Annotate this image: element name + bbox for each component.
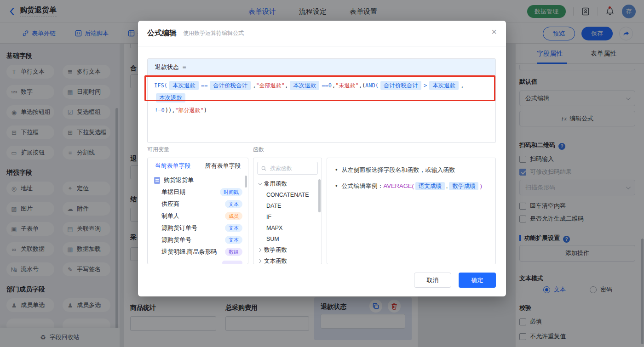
field-type-badge: 成员	[225, 212, 242, 220]
function-group[interactable]: 数学函数	[253, 245, 322, 256]
formula-editor[interactable]: 退款状态 = IFS(本次退款==合计价税合计,"全部退款",本次退款==0,"…	[147, 58, 496, 143]
formula-punct: ))	[165, 107, 172, 114]
help-text: 从左侧面板选择字段名和函数，或输入函数	[342, 165, 455, 175]
variable-name: 源购货订单号	[161, 224, 197, 232]
help-example-prefix: 公式编辑举例：	[342, 182, 384, 189]
formula-operator: ==	[201, 82, 207, 89]
formula-field-chip[interactable]: 本次退款	[429, 81, 459, 90]
bullet-icon: •	[335, 165, 338, 175]
formula-string: "部分退款"	[175, 107, 203, 114]
tab-current-form-fields[interactable]: 当前表单字段	[148, 158, 198, 174]
formula-string: "全部退款"	[256, 82, 285, 89]
formula-field-chip[interactable]: 本次退款	[156, 93, 185, 102]
field-type-badge: 文本	[225, 200, 242, 208]
variable-name: 制单人	[161, 212, 179, 220]
variable-row[interactable]: 源购货单号文本	[148, 234, 248, 246]
function-rows: 常用函数CONCATENATEDATEIFMAPXSUM数学函数文本函数	[253, 178, 322, 264]
function-label: 文本函数	[264, 257, 287, 265]
help-example-separator: ,	[446, 182, 448, 189]
variable-name: 单据日期	[161, 188, 185, 196]
form-doc-icon	[154, 177, 160, 184]
formula-expression[interactable]: IFS(本次退款==合计价税合计,"全部退款",本次退款==0,"未退款",(A…	[148, 75, 495, 121]
caret-icon	[258, 181, 262, 185]
variable-name: 退货明细.商品条形码	[161, 248, 217, 256]
formula-punct: ,	[285, 82, 288, 89]
function-item[interactable]: SUM	[253, 233, 322, 245]
variable-row[interactable]: 单据日期时间戳	[148, 186, 248, 198]
function-label: 数学函数	[264, 246, 287, 254]
function-group[interactable]: 常用函数	[253, 178, 322, 189]
help-example-function: AVERAGE(	[384, 182, 414, 189]
formula-field-chip: 数学成绩	[449, 182, 478, 190]
function-label: IF	[266, 214, 271, 220]
function-item[interactable]: DATE	[253, 200, 322, 211]
bullet-icon: •	[335, 182, 338, 191]
function-label: CONCATENATE	[266, 192, 309, 198]
function-search-input[interactable]	[269, 165, 314, 172]
formula-punct: ,	[253, 82, 256, 89]
variable-name: 源购货单号	[161, 236, 191, 244]
field-type-badge: 时间戳	[220, 188, 242, 196]
cancel-button[interactable]: 取消	[414, 273, 451, 288]
variables-tabs: 当前表单字段 所有表单字段	[148, 158, 248, 174]
formula-function: IFS(	[154, 82, 167, 89]
variable-row[interactable]: 制单人成员	[148, 210, 248, 222]
functions-label: 函数	[253, 146, 264, 154]
variable-root-row[interactable]: 购货退货单	[148, 174, 248, 186]
formula-punct: )	[204, 107, 207, 114]
variable-rows: 购货退货单单据日期时间戳供应商文本制单人成员源购货订单号文本源购货单号文本退货明…	[148, 174, 248, 258]
variable-root-name: 购货退货单	[164, 176, 194, 184]
variable-row-partial	[222, 261, 242, 264]
tab-all-form-fields[interactable]: 所有表单字段	[198, 158, 248, 174]
formula-operator: ==0	[322, 82, 332, 89]
formula-field-chip[interactable]: 本次退款	[169, 81, 199, 90]
close-icon[interactable]: ×	[491, 27, 497, 36]
formula-help-panel: • 从左侧面板选择字段名和函数，或输入函数 • 公式编辑举例：AVERAGE(语…	[327, 158, 496, 264]
function-item[interactable]: CONCATENATE	[253, 189, 322, 200]
modal-subtitle: 使用数学运算符编辑公式	[183, 29, 244, 37]
variables-panel: 当前表单字段 所有表单字段 购货退货单单据日期时间戳供应商文本制单人成员源购货订…	[147, 158, 248, 264]
app: 购货退货单 表单设计 流程设定 表单设置 数据管理 存 表单外链	[0, 0, 644, 347]
function-group[interactable]: 文本函数	[253, 256, 322, 264]
formula-punct: ,	[460, 82, 464, 89]
formula-operator: >	[424, 82, 427, 89]
functions-panel: 常用函数CONCATENATEDATEIFMAPXSUM数学函数文本函数	[253, 158, 322, 264]
help-example-function-close: )	[480, 182, 482, 189]
field-type-badge: 文本	[225, 236, 242, 244]
formula-field-chip[interactable]: 合计价税合计	[380, 81, 421, 90]
modal-title: 公式编辑	[147, 28, 177, 38]
variable-name: 供应商	[161, 200, 179, 208]
formula-field-chip[interactable]: 本次退款	[290, 81, 319, 90]
function-label: DATE	[266, 203, 281, 209]
formula-string: "未退款"	[335, 82, 358, 89]
function-item[interactable]: MAPX	[253, 222, 322, 233]
search-icon	[261, 165, 266, 171]
variables-label: 可用变量	[147, 146, 169, 154]
formula-operator: !=0	[155, 107, 165, 114]
variable-row[interactable]: 源购货订单号文本	[148, 222, 248, 234]
function-label: 常用函数	[264, 180, 287, 188]
formula-field-chip: 语文成绩	[415, 182, 445, 190]
variable-row[interactable]: 退货明细.商品条形码数组	[148, 246, 248, 258]
formula-target: 退款状态 =	[148, 59, 495, 75]
caret-icon	[258, 259, 261, 263]
help-line-2: • 公式编辑举例：AVERAGE(语文成绩,数学成绩)	[335, 182, 487, 191]
function-label: SUM	[266, 236, 279, 242]
field-type-badge: 数组	[225, 248, 242, 256]
caret-icon	[258, 248, 261, 252]
help-example: 公式编辑举例：AVERAGE(语文成绩,数学成绩)	[342, 182, 482, 191]
variables-scrollbar[interactable]	[245, 176, 247, 188]
formula-function: AND(	[365, 82, 379, 89]
function-search[interactable]	[257, 162, 318, 175]
formula-field-chip[interactable]: 合计价税合计	[210, 81, 251, 90]
formula-editor-modal: 公式编辑 使用数学运算符编辑公式 × 退款状态 = IFS(本次退款==合计价税…	[138, 21, 506, 296]
functions-scrollbar[interactable]	[318, 179, 321, 212]
help-line-1: • 从左侧面板选择字段名和函数，或输入函数	[335, 165, 487, 175]
formula-punct: ,(	[359, 82, 365, 89]
function-label: MAPX	[266, 225, 282, 231]
field-type-badge: 文本	[225, 224, 242, 232]
modal-header: 公式编辑 使用数学运算符编辑公式 ×	[138, 21, 506, 46]
confirm-button[interactable]: 确定	[459, 273, 496, 288]
variable-row[interactable]: 供应商文本	[148, 198, 248, 210]
function-item[interactable]: IF	[253, 211, 322, 222]
